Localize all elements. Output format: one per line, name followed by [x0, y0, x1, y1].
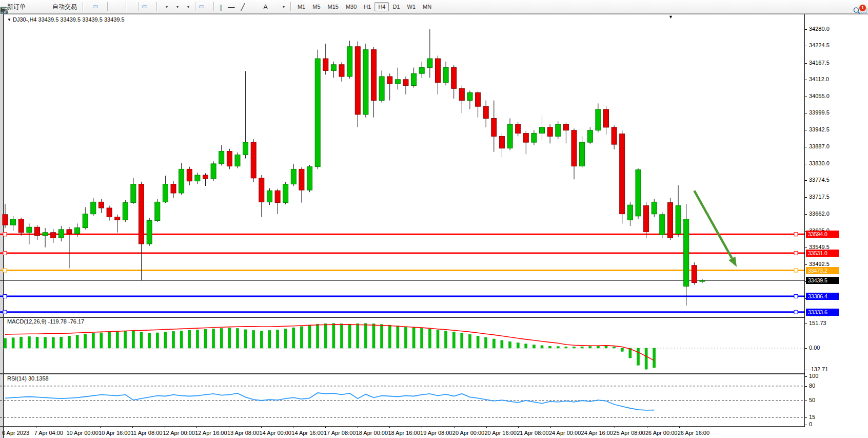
notifications-button[interactable]: 1 — [859, 5, 864, 8]
hline-handle[interactable] — [3, 251, 7, 255]
time-label: 19 Apr 08:00 — [420, 430, 452, 436]
candlestick-chart-button[interactable] — [93, 5, 98, 8]
fibonacci-button[interactable]: F — [254, 5, 260, 8]
price-tick: 34055.0 — [809, 93, 830, 99]
hline-handle[interactable] — [3, 295, 7, 298]
time-label: 11 Apr 08:00 — [131, 430, 163, 436]
price-tick: 33887.0 — [809, 143, 830, 149]
time-label: 7 Apr 04:00 — [34, 430, 63, 436]
arrows-caret-icon: ▾ — [283, 5, 285, 9]
timeframe-button-m15[interactable]: M15 — [324, 2, 342, 11]
indicators-button[interactable]: ▾ — [161, 3, 170, 11]
timeframe-button-h1[interactable]: H1 — [360, 2, 374, 11]
arrows-button[interactable]: ▾ — [278, 3, 287, 11]
equidistant-channel-button[interactable]: E — [248, 5, 253, 8]
time-label: 24 Apr 16:00 — [581, 430, 613, 436]
text-button[interactable]: A — [261, 2, 270, 12]
hline-price-badge: 33333.6 — [806, 309, 839, 316]
pane-divider-macd[interactable] — [0, 317, 804, 318]
time-tick — [196, 427, 197, 428]
price-pane[interactable] — [0, 14, 804, 317]
hline-handle[interactable] — [794, 295, 798, 298]
hline-handle[interactable] — [794, 269, 798, 272]
price-tick-tick — [804, 164, 807, 164]
timeframe-button-h4[interactable]: H4 — [374, 2, 389, 11]
time-tick — [165, 427, 165, 428]
time-tick — [36, 427, 36, 428]
chart-corner-marker[interactable]: ▼ — [668, 14, 673, 20]
price-tick: 33774.5 — [809, 177, 830, 183]
price-tick-tick — [804, 80, 807, 80]
notification-badge: 1 — [859, 4, 866, 12]
price-tick-tick — [804, 264, 807, 265]
trend-arrow[interactable] — [694, 191, 737, 266]
vertical-line-button[interactable]: | — [218, 2, 224, 12]
bar-chart-button[interactable] — [87, 5, 92, 8]
text-icon: A — [263, 4, 268, 10]
time-tick — [422, 427, 422, 428]
timeframe-button-w1[interactable]: W1 — [404, 2, 420, 11]
macd-tick-tick — [804, 323, 807, 324]
zoom-out-button[interactable] — [117, 5, 123, 8]
profile-button[interactable] — [35, 5, 41, 8]
autotrade-button[interactable]: 自动交易 — [48, 1, 80, 13]
time-tick — [4, 427, 4, 428]
signals-button[interactable] — [42, 5, 47, 8]
market-depth-button[interactable] — [29, 5, 34, 8]
horizontal-line-button[interactable]: — — [225, 2, 237, 12]
hline-handle[interactable] — [794, 310, 798, 314]
hline-handle[interactable] — [3, 310, 7, 314]
price-tick: 33999.5 — [809, 109, 830, 116]
hline-handle[interactable] — [794, 233, 798, 236]
time-label: 21 Apr 08:00 — [517, 430, 548, 436]
macd-tick: 151.73 — [809, 320, 826, 326]
cursor-button[interactable] — [199, 5, 204, 8]
chart-ohlc-values: 33439.5 33439.5 33439.5 33439.5 — [38, 16, 125, 23]
rsi-tick-tick — [804, 401, 807, 401]
price-tick: 33492.5 — [809, 261, 830, 267]
crosshair-button[interactable] — [205, 5, 210, 8]
rsi-tick: 100 — [809, 373, 818, 379]
hline-handle[interactable] — [3, 269, 7, 272]
time-tick — [518, 427, 519, 428]
line-chart-button[interactable] — [99, 5, 104, 8]
timeframe-button-d1[interactable]: D1 — [389, 2, 403, 11]
rsi-pane[interactable] — [0, 374, 804, 426]
price-tick: 33942.5 — [809, 126, 830, 132]
price-tick-tick — [804, 197, 807, 198]
templates-caret-icon: ▾ — [187, 5, 189, 9]
pane-divider-rsi[interactable] — [0, 373, 804, 374]
time-tick — [583, 427, 583, 428]
trendline-button[interactable]: ╱ — [238, 2, 247, 12]
timeframe-button-m1[interactable]: M1 — [294, 2, 309, 11]
time-tick — [132, 427, 133, 428]
zoom-in-button[interactable] — [111, 5, 116, 8]
search-button[interactable] — [853, 5, 858, 8]
hline-price-badge: 33531.0 — [806, 250, 839, 257]
chart-dropdown-marker[interactable]: ▼ — [7, 17, 11, 22]
price-tick-tick — [804, 97, 807, 97]
timeframe-button-m30[interactable]: M30 — [342, 2, 360, 11]
time-label: 25 Apr 08:00 — [613, 430, 645, 436]
time-tick — [325, 427, 326, 428]
hline-handle[interactable] — [3, 233, 7, 236]
price-axis-line — [804, 14, 805, 427]
timeframe-button-m5[interactable]: M5 — [309, 2, 324, 11]
auto-scroll-button[interactable] — [142, 5, 147, 8]
vertical-line-icon: | — [220, 4, 222, 10]
time-tick — [486, 427, 487, 428]
time-label: 18 Apr 00:00 — [356, 430, 388, 436]
text-label-button[interactable]: T — [271, 5, 277, 8]
chart-shift-button[interactable] — [148, 5, 153, 8]
time-label: 26 Apr 00:00 — [645, 430, 677, 436]
templates-button[interactable]: ▾ — [182, 3, 192, 11]
rsi-tick-tick — [804, 376, 807, 377]
time-label: 20 Apr 16:00 — [485, 430, 517, 436]
hline-handle[interactable] — [794, 251, 798, 255]
time-tick — [100, 427, 101, 428]
tile-windows-button[interactable] — [130, 5, 135, 8]
periods-button[interactable]: ▾ — [171, 3, 181, 11]
macd-pane[interactable] — [0, 318, 804, 374]
timeframe-button-mn[interactable]: MN — [419, 2, 435, 11]
hline-price-badge: 33386.4 — [806, 293, 839, 300]
